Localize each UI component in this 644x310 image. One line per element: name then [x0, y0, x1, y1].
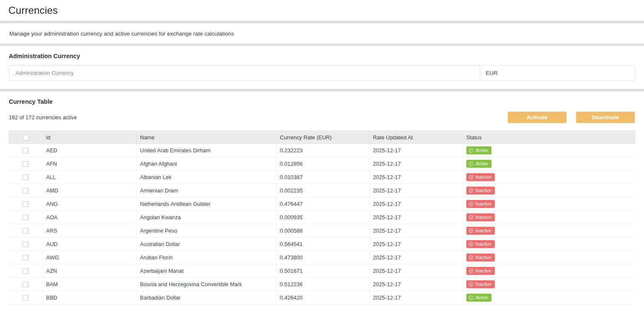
currency-table: id Name Currency Rate (EUR) Rate Updated…: [9, 131, 635, 305]
currency-rate-cell: 0.000935: [277, 211, 370, 224]
status-icon: ✓: [469, 295, 473, 300]
activate-button[interactable]: Activate: [508, 112, 566, 123]
table-row: AOA Angolan Kwanza 0.000935 2025-12-17 ✕…: [9, 211, 635, 224]
currency-name-cell: Albanian Lek: [137, 171, 277, 184]
currency-name-cell: Bosnia and Herzegovina Convertible Mark: [137, 278, 277, 291]
row-select-cell: [9, 291, 43, 305]
currency-name-cell: Azerbaijani Manat: [137, 264, 277, 278]
row-checkbox[interactable]: [23, 188, 28, 194]
currency-name-cell: Netherlands Antillean Guilder: [137, 197, 277, 211]
column-header-rate: Currency Rate (EUR): [277, 131, 370, 144]
table-header-row: id Name Currency Rate (EUR) Rate Updated…: [9, 131, 635, 144]
currency-table-heading: Currency Table: [0, 92, 644, 111]
row-select-cell: [9, 238, 43, 251]
currency-name-cell: Argentine Peso: [137, 224, 277, 238]
currency-name-cell: Armenian Dram: [137, 184, 277, 197]
status-cell: ✕ Inactive: [463, 251, 635, 264]
status-badge: ✕ Inactive: [466, 187, 495, 195]
table-row: AFN Afghan Afghani 0.012856 2025-12-17 ✓…: [9, 157, 635, 171]
row-checkbox[interactable]: [23, 215, 28, 220]
row-select-cell: [9, 157, 43, 171]
admin-currency-input-group: Administration Currency EUR: [9, 65, 635, 81]
status-cell: ✕ Inactive: [463, 238, 635, 251]
currency-rate-cell: 0.232223: [277, 144, 370, 157]
currency-rate-cell: 0.512236: [277, 278, 370, 291]
status-icon: ✕: [469, 255, 473, 260]
currency-name-cell: Angolan Kwanza: [137, 211, 277, 224]
row-checkbox[interactable]: [23, 241, 28, 247]
row-checkbox[interactable]: [23, 148, 28, 154]
currency-rate-cell: 0.426420: [277, 291, 370, 305]
rate-updated-cell: 2025-12-17: [370, 157, 463, 171]
status-label: Inactive: [476, 240, 491, 248]
select-all-checkbox[interactable]: [23, 135, 29, 141]
status-icon: ✕: [469, 175, 473, 179]
status-badge: ✕ Inactive: [466, 280, 495, 288]
column-header-status: Status: [463, 131, 635, 144]
currency-rate-cell: 0.476447: [277, 197, 370, 211]
currency-table-body: AED United Arab Emirates Dirham 0.232223…: [9, 144, 635, 305]
status-cell: ✕ Inactive: [463, 211, 635, 224]
currency-rate-cell: 0.000588: [277, 224, 370, 238]
row-checkbox[interactable]: [23, 228, 28, 234]
currency-name-cell: Aruban Florin: [137, 251, 277, 264]
page-description: Manage your administration currency and …: [9, 31, 234, 37]
status-label: Inactive: [476, 267, 491, 275]
admin-currency-label-box: Administration Currency: [10, 66, 480, 80]
currency-rate-cell: 0.473800: [277, 251, 370, 264]
rate-updated-cell: 2025-12-17: [370, 211, 463, 224]
active-currencies-summary: 162 of 172 currencies active: [9, 114, 77, 120]
status-cell: ✓ Active: [463, 291, 635, 305]
row-checkbox[interactable]: [23, 161, 28, 167]
status-icon: ✕: [469, 269, 473, 273]
select-all-header-cell: [9, 131, 43, 144]
currency-id-cell: BBD: [43, 291, 137, 305]
currency-id-cell: AFN: [43, 157, 137, 171]
currency-id-cell: AUD: [43, 238, 137, 251]
rate-updated-cell: 2025-12-17: [370, 238, 463, 251]
status-label: Inactive: [476, 173, 491, 181]
row-checkbox[interactable]: [23, 174, 28, 180]
admin-currency-value: EUR: [486, 70, 498, 76]
row-checkbox[interactable]: [23, 268, 28, 274]
deactivate-button[interactable]: Deactivate: [576, 112, 635, 123]
row-checkbox[interactable]: [23, 255, 28, 261]
status-cell: ✕ Inactive: [463, 171, 635, 184]
row-checkbox[interactable]: [23, 201, 28, 207]
status-badge: ✕ Inactive: [466, 240, 495, 248]
currency-rate-cell: 0.564541: [277, 238, 370, 251]
row-select-cell: [9, 224, 43, 238]
row-checkbox[interactable]: [23, 295, 28, 301]
status-icon: ✓: [469, 148, 473, 153]
status-badge: ✕ Inactive: [466, 227, 495, 235]
currency-id-cell: AZN: [43, 264, 137, 278]
admin-currency-label: Administration Currency: [16, 70, 74, 76]
admin-currency-heading: Administration Currency: [0, 46, 644, 65]
status-cell: ✓ Active: [463, 157, 635, 171]
bulk-action-buttons: Activate Deactivate: [508, 112, 635, 123]
currency-name-cell: Australian Dollar: [137, 238, 277, 251]
row-select-cell: [9, 184, 43, 197]
status-icon: ✕: [469, 215, 473, 220]
admin-currency-value-field[interactable]: EUR: [480, 66, 634, 80]
rate-updated-cell: 2025-12-17: [370, 264, 463, 278]
status-cell: ✕ Inactive: [463, 278, 635, 291]
status-badge: ✓ Active: [466, 146, 491, 154]
status-icon: ✕: [469, 188, 473, 193]
currency-id-cell: ARS: [43, 224, 137, 238]
table-row: BBD Barbadian Dollar 0.426420 2025-12-17…: [9, 291, 635, 305]
currency-id-cell: AWG: [43, 251, 137, 264]
row-checkbox[interactable]: [23, 282, 28, 287]
rate-updated-cell: 2025-12-17: [370, 171, 463, 184]
currency-id-cell: AOA: [43, 211, 137, 224]
currency-name-cell: Afghan Afghani: [137, 157, 277, 171]
status-icon: ✕: [469, 202, 473, 206]
admin-currency-section: Administration Currency Administration C…: [0, 46, 644, 90]
currency-rate-cell: 0.010387: [277, 171, 370, 184]
rate-updated-cell: 2025-12-17: [370, 197, 463, 211]
status-cell: ✓ Active: [463, 144, 635, 157]
row-select-cell: [9, 197, 43, 211]
page-header: Currencies: [0, 0, 644, 21]
status-label: Inactive: [476, 187, 491, 195]
status-label: Active: [476, 146, 488, 154]
